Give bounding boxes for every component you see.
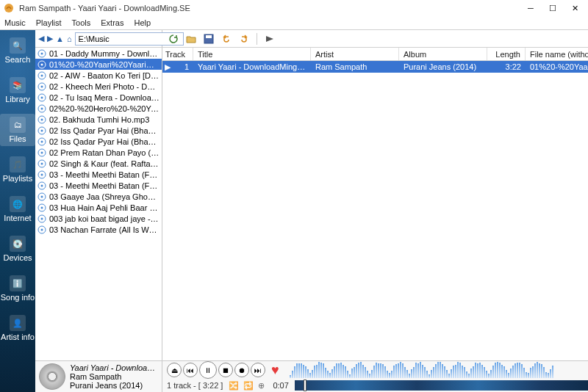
np-title: Yaari Yaari - DownloadMing.SE xyxy=(70,363,158,372)
svg-point-28 xyxy=(41,195,43,197)
file-row[interactable]: 02 Iss Qadar Pyar Hai (Bhaag Johnny) xyxy=(35,125,162,136)
file-row[interactable]: 02 Prem Ratan Dhan Payo (Title Song) xyxy=(35,147,162,158)
sidebar-item-playlists[interactable]: 🎵Playlists xyxy=(0,153,35,186)
cell-title: Yaari Yaari - DownloadMing.SE xyxy=(193,62,311,71)
audio-file-icon xyxy=(37,192,46,201)
file-row[interactable]: 02 - AIW - Baaton Ko Teri [DJMaza.Info xyxy=(35,70,162,81)
file-row[interactable]: 03 Hua Hain Aaj Pehli Baar - Sanam R xyxy=(35,202,162,213)
sidebar-item-label: Library xyxy=(5,95,30,104)
nav-up-icon[interactable]: ▲ xyxy=(56,32,64,46)
nav-forward-icon[interactable]: ▶ xyxy=(47,32,53,46)
file-name: 03 Hua Hain Aaj Pehli Baar - Sanam R xyxy=(49,203,159,212)
file-name: 02. Bakhuda Tumhi Ho.mp3 xyxy=(49,115,149,124)
close-button[interactable]: ✕ xyxy=(564,1,585,15)
file-name: 02 - Kheech Meri Photo - DownloadM xyxy=(49,82,159,91)
file-row[interactable]: 02 Singh & Kaur (feat. Raftaar) (Singh xyxy=(35,158,162,169)
sidebar-item-label: Internet xyxy=(4,214,31,222)
audio-file-icon xyxy=(37,225,46,234)
shuffle-icon[interactable]: 🔀 xyxy=(229,381,237,390)
open-icon[interactable] xyxy=(184,32,198,46)
playlist-rows[interactable]: ▶1Yaari Yaari - DownloadMing.SERam Sampa… xyxy=(162,61,588,360)
menu-music[interactable]: Music xyxy=(4,18,26,27)
file-row[interactable]: 03 - Meethi Meethi Batan (Fmw11.com xyxy=(35,169,162,180)
sidebar-item-artist-info[interactable]: 👤Artist info xyxy=(0,312,35,344)
col-file[interactable]: File name (without path) xyxy=(526,48,588,60)
col-artist[interactable]: Artist xyxy=(311,48,399,60)
app-icon xyxy=(3,2,15,14)
prev-button[interactable]: ⏮ xyxy=(183,363,198,377)
svg-point-12 xyxy=(41,107,43,109)
file-row[interactable]: 03 - Meethi Meethi Batan (Fmw11.com xyxy=(35,180,162,191)
file-name: 003 jab koi baat bigad jaye - jurm .mp xyxy=(49,214,159,223)
col-track[interactable]: Track xyxy=(162,48,193,60)
col-album[interactable]: Album xyxy=(399,48,487,60)
svg-point-32 xyxy=(41,217,43,219)
audio-file-icon xyxy=(37,214,46,223)
rec-button[interactable]: ⏺ xyxy=(234,363,249,377)
svg-point-10 xyxy=(41,96,43,98)
seek-bar[interactable] xyxy=(295,380,588,391)
svg-point-24 xyxy=(41,173,43,175)
repeat-icon[interactable]: 🔁 xyxy=(243,381,252,390)
sidebar-item-label: Song info xyxy=(1,293,35,302)
col-length[interactable]: Length xyxy=(487,48,526,60)
file-row[interactable]: 03 Nachan Farrate (All Is Well) Kanika xyxy=(35,224,162,235)
file-row[interactable]: 01 - Daddy Mummy - DownloadMing xyxy=(35,48,162,59)
svg-point-4 xyxy=(41,63,43,65)
refresh-icon[interactable] xyxy=(167,32,180,46)
autoadd-icon[interactable]: ⊕ xyxy=(258,381,267,390)
file-name: 03 - Meethi Meethi Batan (Fmw11.com xyxy=(49,181,159,190)
file-name: 02 - AIW - Baaton Ko Teri [DJMaza.Info xyxy=(49,71,159,80)
svg-point-34 xyxy=(41,228,43,231)
stop-button[interactable]: ⏹ xyxy=(218,363,233,377)
file-name: 03 Nachan Farrate (All Is Well) Kanika xyxy=(49,225,159,234)
menu-playlist[interactable]: Playlist xyxy=(36,18,62,27)
svg-point-6 xyxy=(41,74,43,76)
sidebar-item-song-info[interactable]: ℹ️Song info xyxy=(0,272,35,305)
play-mode-icon[interactable] xyxy=(263,32,276,46)
file-row[interactable]: 01%20-%20Yaari%20Yaari%20-%20Do xyxy=(35,59,162,70)
svg-point-26 xyxy=(41,184,43,186)
cell-artist: Ram Sampath xyxy=(311,62,399,71)
pause-button[interactable]: ⏸ xyxy=(199,361,217,379)
internet-icon: 🌐 xyxy=(10,196,26,212)
svg-point-16 xyxy=(41,129,43,131)
now-playing: Yaari Yaari - DownloadMing.SE Ram Sampat… xyxy=(35,360,162,392)
sidebar-item-library[interactable]: 📚Library xyxy=(0,74,35,106)
sidebar-item-internet[interactable]: 🌐Internet xyxy=(0,193,35,225)
file-row[interactable]: 02. Bakhuda Tumhi Ho.mp3 xyxy=(35,114,162,125)
sidebar-item-files[interactable]: 🗂Files xyxy=(0,114,35,146)
save-icon[interactable] xyxy=(202,32,215,46)
sidebar-item-label: Search xyxy=(5,55,31,64)
menu-help[interactable]: Help xyxy=(134,18,151,27)
playlist-row[interactable]: ▶1Yaari Yaari - DownloadMing.SERam Sampa… xyxy=(162,61,588,73)
file-row[interactable]: 003 jab koi baat bigad jaye - jurm .mp xyxy=(35,213,162,224)
menu-extras[interactable]: Extras xyxy=(101,18,123,27)
file-row[interactable]: 02 - Tu Isaq Mera - DownloadMing.SE xyxy=(35,92,162,103)
elapsed-label: 0:07 xyxy=(273,381,288,390)
np-album: Purani Jeans (2014) xyxy=(70,381,158,390)
file-name: 01 - Daddy Mummy - DownloadMing xyxy=(49,49,159,58)
next-button[interactable]: ⏭ xyxy=(251,363,265,377)
sidebar-item-search[interactable]: 🔍Search xyxy=(0,35,35,67)
file-row[interactable]: 02 - Kheech Meri Photo - DownloadM xyxy=(35,81,162,92)
eject-button[interactable]: ⏏ xyxy=(167,363,182,377)
file-row[interactable]: 03 Gaaye Jaa (Shreya Ghoshal) Brothers xyxy=(35,191,162,202)
nav-back-icon[interactable]: ◀ xyxy=(38,32,44,46)
audio-file-icon xyxy=(37,126,46,135)
maximize-button[interactable]: ☐ xyxy=(542,1,563,15)
file-name: 02 Iss Qadar Pyar Hai (Bhaag Johnny) xyxy=(49,126,159,135)
undo-icon[interactable] xyxy=(220,32,233,46)
file-row[interactable]: 02 Iss Qadar Pyar Hai (Bhaag Johnny) xyxy=(35,136,162,147)
minimize-button[interactable]: ─ xyxy=(520,1,541,15)
search-icon: 🔍 xyxy=(10,37,26,54)
col-title[interactable]: Title xyxy=(193,48,311,60)
file-list[interactable]: 01 - Daddy Mummy - DownloadMing01%20-%20… xyxy=(35,48,162,360)
favorite-icon[interactable]: ♥ xyxy=(271,363,279,378)
file-row[interactable]: 02%20-%20Hero%20-%20Yadaan%2017 xyxy=(35,103,162,114)
redo-icon[interactable] xyxy=(237,32,251,46)
cell-track: 1 xyxy=(173,62,193,71)
menu-tools[interactable]: Tools xyxy=(72,18,91,27)
nav-home-icon[interactable]: ⌂ xyxy=(67,32,72,46)
sidebar-item-devices[interactable]: 💽Devices xyxy=(0,233,35,265)
